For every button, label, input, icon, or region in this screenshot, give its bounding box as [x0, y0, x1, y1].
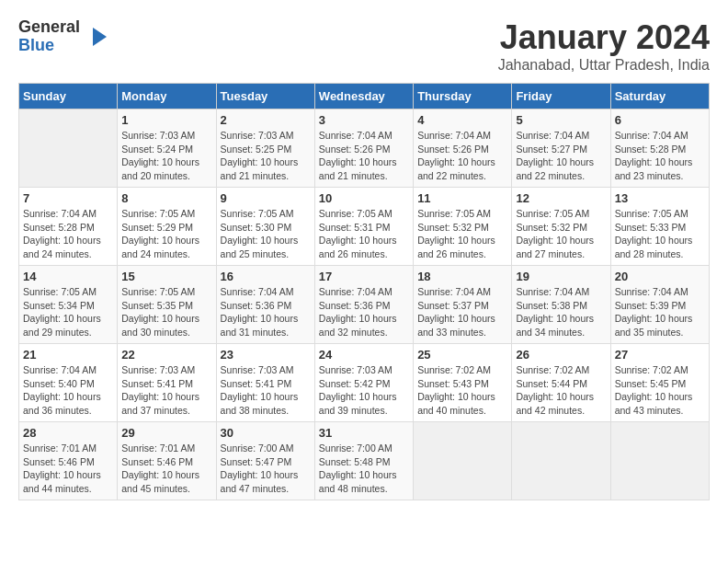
day-cell: 28 Sunrise: 7:01 AMSunset: 5:46 PMDaylig… — [19, 422, 118, 500]
day-cell: 30 Sunrise: 7:00 AMSunset: 5:47 PMDaylig… — [216, 422, 314, 500]
day-cell: 26 Sunrise: 7:02 AMSunset: 5:44 PMDaylig… — [512, 344, 610, 422]
day-cell: 27 Sunrise: 7:02 AMSunset: 5:45 PMDaylig… — [610, 344, 709, 422]
col-header-thursday: Thursday — [414, 84, 512, 109]
day-number: 31 — [319, 426, 409, 440]
day-info: Sunrise: 7:04 AMSunset: 5:38 PMDaylight:… — [516, 286, 594, 338]
col-header-saturday: Saturday — [610, 84, 709, 109]
day-cell — [512, 422, 610, 500]
day-number: 10 — [319, 191, 409, 205]
col-header-tuesday: Tuesday — [216, 84, 314, 109]
day-cell: 3 Sunrise: 7:04 AMSunset: 5:26 PMDayligh… — [314, 109, 413, 188]
day-number: 3 — [319, 113, 409, 127]
day-info: Sunrise: 7:04 AMSunset: 5:39 PMDaylight:… — [615, 286, 693, 338]
day-info: Sunrise: 7:02 AMSunset: 5:43 PMDaylight:… — [417, 364, 495, 416]
day-info: Sunrise: 7:03 AMSunset: 5:24 PMDaylight:… — [121, 130, 199, 181]
day-number: 1 — [121, 113, 211, 127]
day-info: Sunrise: 7:01 AMSunset: 5:46 PMDaylight:… — [121, 442, 199, 494]
day-cell: 8 Sunrise: 7:05 AMSunset: 5:29 PMDayligh… — [118, 188, 216, 266]
day-cell: 29 Sunrise: 7:01 AMSunset: 5:46 PMDaylig… — [118, 422, 216, 500]
logo-icon — [84, 23, 111, 51]
day-number: 8 — [121, 191, 211, 205]
day-info: Sunrise: 7:05 AMSunset: 5:32 PMDaylight:… — [417, 208, 495, 259]
day-number: 23 — [221, 348, 311, 362]
day-cell: 12 Sunrise: 7:05 AMSunset: 5:32 PMDaylig… — [512, 188, 610, 266]
day-number: 19 — [516, 270, 606, 283]
day-info: Sunrise: 7:04 AMSunset: 5:28 PMDaylight:… — [23, 208, 101, 259]
day-info: Sunrise: 7:03 AMSunset: 5:41 PMDaylight:… — [121, 364, 199, 416]
day-cell — [19, 109, 118, 188]
day-cell: 20 Sunrise: 7:04 AMSunset: 5:39 PMDaylig… — [610, 266, 709, 344]
calendar-table: SundayMondayTuesdayWednesdayThursdayFrid… — [18, 83, 710, 500]
month-title: January 2024 — [498, 18, 710, 57]
location: Jahanabad, Uttar Pradesh, India — [498, 57, 710, 74]
day-cell — [414, 422, 512, 500]
day-number: 5 — [516, 113, 606, 127]
day-info: Sunrise: 7:00 AMSunset: 5:48 PMDaylight:… — [319, 442, 397, 494]
day-cell: 7 Sunrise: 7:04 AMSunset: 5:28 PMDayligh… — [19, 188, 118, 266]
day-cell: 5 Sunrise: 7:04 AMSunset: 5:27 PMDayligh… — [512, 109, 610, 188]
week-row-4: 21 Sunrise: 7:04 AMSunset: 5:40 PMDaylig… — [19, 344, 710, 422]
day-info: Sunrise: 7:04 AMSunset: 5:36 PMDaylight:… — [319, 286, 397, 338]
day-cell: 15 Sunrise: 7:05 AMSunset: 5:35 PMDaylig… — [118, 266, 216, 344]
day-cell: 24 Sunrise: 7:03 AMSunset: 5:42 PMDaylig… — [314, 344, 413, 422]
day-number: 21 — [23, 348, 113, 362]
day-cell: 1 Sunrise: 7:03 AMSunset: 5:24 PMDayligh… — [118, 109, 216, 188]
day-cell: 13 Sunrise: 7:05 AMSunset: 5:33 PMDaylig… — [610, 188, 709, 266]
logo-blue-text: Blue — [18, 37, 80, 55]
day-info: Sunrise: 7:02 AMSunset: 5:44 PMDaylight:… — [516, 364, 594, 416]
day-cell: 4 Sunrise: 7:04 AMSunset: 5:26 PMDayligh… — [414, 109, 512, 188]
day-number: 4 — [417, 113, 507, 127]
day-number: 9 — [221, 191, 311, 205]
day-number: 24 — [319, 348, 409, 362]
header-row: SundayMondayTuesdayWednesdayThursdayFrid… — [19, 84, 710, 109]
day-info: Sunrise: 7:05 AMSunset: 5:34 PMDaylight:… — [23, 286, 101, 338]
day-cell: 21 Sunrise: 7:04 AMSunset: 5:40 PMDaylig… — [19, 344, 118, 422]
day-number: 13 — [615, 191, 705, 205]
col-header-wednesday: Wednesday — [314, 84, 413, 109]
week-row-5: 28 Sunrise: 7:01 AMSunset: 5:46 PMDaylig… — [19, 422, 710, 500]
day-info: Sunrise: 7:05 AMSunset: 5:30 PMDaylight:… — [221, 208, 299, 259]
col-header-friday: Friday — [512, 84, 610, 109]
day-info: Sunrise: 7:02 AMSunset: 5:45 PMDaylight:… — [615, 364, 693, 416]
day-info: Sunrise: 7:04 AMSunset: 5:37 PMDaylight:… — [417, 286, 495, 338]
week-row-3: 14 Sunrise: 7:05 AMSunset: 5:34 PMDaylig… — [19, 266, 710, 344]
day-cell: 6 Sunrise: 7:04 AMSunset: 5:28 PMDayligh… — [610, 109, 709, 188]
day-number: 28 — [23, 426, 113, 440]
page-header: General Blue January 2024 Jahanabad, Utt… — [18, 18, 710, 74]
day-number: 12 — [516, 191, 606, 205]
day-info: Sunrise: 7:00 AMSunset: 5:47 PMDaylight:… — [221, 442, 299, 494]
day-info: Sunrise: 7:03 AMSunset: 5:25 PMDaylight:… — [221, 130, 299, 181]
day-cell: 17 Sunrise: 7:04 AMSunset: 5:36 PMDaylig… — [314, 266, 413, 344]
col-header-monday: Monday — [118, 84, 216, 109]
day-number: 27 — [615, 348, 705, 362]
logo: General Blue — [18, 18, 111, 55]
day-number: 26 — [516, 348, 606, 362]
day-info: Sunrise: 7:05 AMSunset: 5:35 PMDaylight:… — [121, 286, 199, 338]
day-number: 29 — [121, 426, 211, 440]
day-number: 14 — [23, 270, 113, 283]
day-number: 6 — [615, 113, 705, 127]
day-number: 16 — [221, 270, 311, 283]
day-cell: 2 Sunrise: 7:03 AMSunset: 5:25 PMDayligh… — [216, 109, 314, 188]
day-number: 11 — [417, 191, 507, 205]
day-cell: 25 Sunrise: 7:02 AMSunset: 5:43 PMDaylig… — [414, 344, 512, 422]
day-number: 17 — [319, 270, 409, 283]
day-cell: 31 Sunrise: 7:00 AMSunset: 5:48 PMDaylig… — [314, 422, 413, 500]
week-row-2: 7 Sunrise: 7:04 AMSunset: 5:28 PMDayligh… — [19, 188, 710, 266]
day-info: Sunrise: 7:01 AMSunset: 5:46 PMDaylight:… — [23, 442, 101, 494]
day-cell: 16 Sunrise: 7:04 AMSunset: 5:36 PMDaylig… — [216, 266, 314, 344]
day-number: 20 — [615, 270, 705, 283]
day-info: Sunrise: 7:05 AMSunset: 5:29 PMDaylight:… — [121, 208, 199, 259]
day-info: Sunrise: 7:04 AMSunset: 5:28 PMDaylight:… — [615, 130, 693, 181]
day-cell: 18 Sunrise: 7:04 AMSunset: 5:37 PMDaylig… — [414, 266, 512, 344]
day-info: Sunrise: 7:03 AMSunset: 5:42 PMDaylight:… — [319, 364, 397, 416]
week-row-1: 1 Sunrise: 7:03 AMSunset: 5:24 PMDayligh… — [19, 109, 710, 188]
day-info: Sunrise: 7:04 AMSunset: 5:27 PMDaylight:… — [516, 130, 594, 181]
day-info: Sunrise: 7:05 AMSunset: 5:33 PMDaylight:… — [615, 208, 693, 259]
day-info: Sunrise: 7:05 AMSunset: 5:31 PMDaylight:… — [319, 208, 397, 259]
day-number: 25 — [417, 348, 507, 362]
day-cell: 19 Sunrise: 7:04 AMSunset: 5:38 PMDaylig… — [512, 266, 610, 344]
day-number: 7 — [23, 191, 113, 205]
day-cell: 22 Sunrise: 7:03 AMSunset: 5:41 PMDaylig… — [118, 344, 216, 422]
logo-general-text: General — [18, 18, 80, 37]
